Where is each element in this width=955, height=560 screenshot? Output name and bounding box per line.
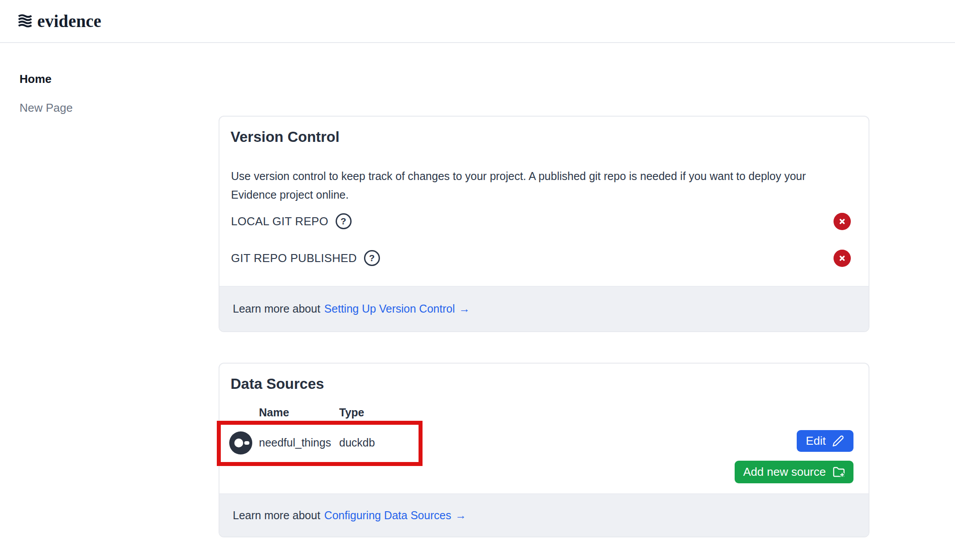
data-sources-footer: Learn more about Configuring Data Source…	[219, 493, 869, 537]
evidence-waves-icon	[18, 14, 32, 28]
app-root: evidence Home New Page Version Control U…	[0, 0, 955, 560]
status-label: GIT REPO PUBLISHED	[231, 251, 357, 265]
arrow-right-icon: →	[459, 302, 470, 315]
pencil-icon	[832, 435, 844, 447]
sidebar-item-home[interactable]: Home	[20, 72, 51, 86]
configuring-data-sources-link[interactable]: Configuring Data Sources →	[324, 509, 466, 522]
evidence-logo[interactable]: evidence	[18, 11, 102, 31]
edit-button-label: Edit	[806, 434, 826, 448]
version-control-card: Version Control Use version control to k…	[219, 116, 869, 332]
edit-source-button[interactable]: Edit	[797, 430, 853, 452]
status-row-git-repo-published: GIT REPO PUBLISHED ?	[231, 248, 851, 268]
add-button-label: Add new source	[743, 465, 826, 479]
sidebar-item-new-page[interactable]: New Page	[20, 101, 73, 115]
folder-plus-icon	[833, 466, 845, 478]
help-icon[interactable]: ?	[336, 213, 352, 229]
version-control-title: Version Control	[231, 129, 340, 145]
data-source-type: duckdb	[339, 436, 375, 449]
setting-up-version-control-link[interactable]: Setting Up Version Control →	[324, 302, 470, 315]
status-row-local-git-repo: LOCAL GIT REPO ?	[231, 211, 851, 231]
footer-link-text: Configuring Data Sources	[324, 509, 451, 522]
error-x-icon	[834, 213, 851, 230]
add-new-source-button[interactable]: Add new source	[735, 461, 853, 483]
status-label: LOCAL GIT REPO	[231, 215, 329, 228]
duckdb-icon	[229, 431, 252, 454]
data-sources-card: Data Sources Name Type needful_things du…	[219, 363, 869, 537]
footer-link-text: Setting Up Version Control	[324, 302, 455, 315]
evidence-logo-text: evidence	[37, 11, 102, 31]
top-bar: evidence	[0, 0, 955, 43]
version-control-description: Use version control to keep track of cha…	[231, 167, 854, 204]
footer-prefix: Learn more about	[233, 509, 320, 522]
footer-prefix: Learn more about	[233, 302, 320, 315]
arrow-right-icon: →	[455, 509, 466, 522]
data-source-name: needful_things	[259, 436, 331, 449]
help-icon[interactable]: ?	[364, 250, 380, 266]
column-header-type: Type	[339, 406, 364, 419]
column-header-name: Name	[259, 406, 289, 419]
error-x-icon	[834, 250, 851, 267]
data-sources-title: Data Sources	[231, 376, 324, 392]
version-control-footer: Learn more about Setting Up Version Cont…	[219, 286, 869, 331]
